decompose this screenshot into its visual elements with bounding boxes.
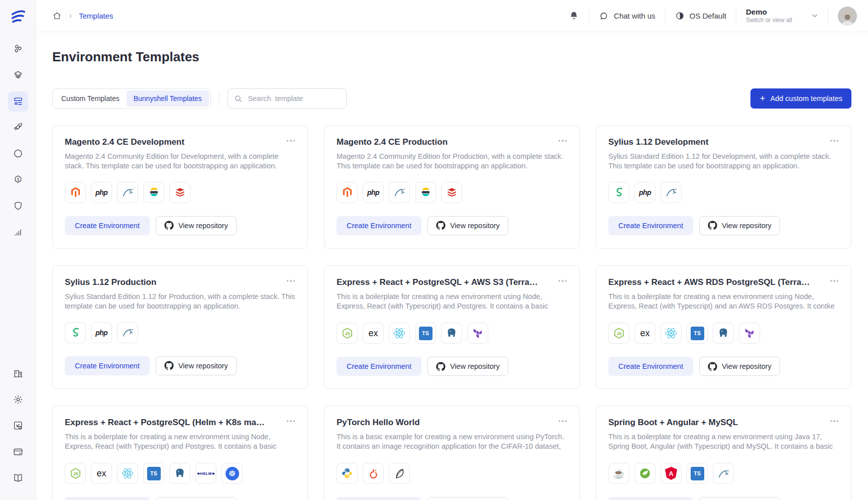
- sidebar-nav-bottom: [8, 363, 28, 488]
- search-box: [228, 88, 347, 109]
- home-icon[interactable]: [52, 11, 62, 21]
- magento-icon: [337, 182, 358, 203]
- create-environment-button[interactable]: Create Environment: [65, 497, 150, 500]
- express-icon: ex: [363, 323, 384, 344]
- create-environment-button[interactable]: Create Environment: [337, 216, 421, 235]
- sidebar-item-export[interactable]: [8, 416, 28, 436]
- pytorch-icon: [363, 463, 384, 484]
- card-menu-icon[interactable]: [828, 138, 841, 144]
- gear-icon: [13, 394, 24, 405]
- sidebar-item-environments[interactable]: [8, 65, 28, 85]
- add-custom-templates-button[interactable]: + Add custom templates: [750, 88, 851, 109]
- view-repository-button[interactable]: View repository: [156, 497, 237, 500]
- card-actions: Create Environment View repository: [608, 497, 839, 500]
- mysql-icon: [117, 182, 138, 203]
- org-switcher[interactable]: Demo Switch or view all: [746, 8, 818, 24]
- view-repository-button[interactable]: View repository: [427, 216, 508, 235]
- sidebar-item-metrics[interactable]: [8, 222, 28, 242]
- card-title: Express + React + PostgreSQL (Helm + K8s…: [65, 418, 295, 428]
- shield-icon: [13, 201, 24, 212]
- card-actions: Create Environment View repository: [608, 357, 839, 376]
- php-icon: php: [363, 182, 384, 203]
- view-repository-button[interactable]: View repository: [427, 497, 508, 500]
- cost-hexagon-dollar-icon: $: [13, 174, 24, 185]
- express-icon: ex: [634, 323, 656, 344]
- sidebar-item-cost[interactable]: $: [8, 170, 28, 190]
- card-actions: Create Environment View repository: [65, 356, 295, 375]
- svg-text:JS: JS: [345, 331, 350, 336]
- react-icon: [389, 323, 410, 344]
- card-menu-icon[interactable]: [285, 278, 297, 284]
- book-icon: [13, 472, 24, 483]
- sidebar-item-documentation[interactable]: [8, 468, 28, 488]
- controls-row: Custom Templates Bunnyshell Templates + …: [52, 88, 851, 109]
- spring-icon: [634, 463, 656, 484]
- add-custom-templates-label: Add custom templates: [771, 94, 842, 103]
- tech-stack: php: [65, 322, 295, 343]
- notification-bell-icon[interactable]: [569, 11, 579, 21]
- create-environment-button[interactable]: Create Environment: [608, 497, 693, 500]
- sidebar-item-security[interactable]: [8, 196, 28, 216]
- create-environment-button[interactable]: Create Environment: [65, 216, 150, 235]
- tech-stack: php: [608, 182, 839, 203]
- tech-stack: JSexTS: [337, 323, 567, 344]
- card-actions: Create Environment View repository: [608, 216, 839, 235]
- view-repository-label: View repository: [450, 362, 500, 370]
- card-menu-icon[interactable]: [828, 418, 841, 424]
- nodejs-icon: JS: [337, 323, 358, 344]
- sidebar-item-clusters[interactable]: [8, 144, 28, 164]
- sidebar-item-templates[interactable]: [8, 91, 28, 112]
- view-repository-button[interactable]: View repository: [427, 357, 508, 376]
- bunnyshell-logo-icon[interactable]: [8, 7, 29, 28]
- sidebar-item-settings[interactable]: [8, 389, 28, 410]
- sidebar-item-organization[interactable]: [8, 363, 28, 383]
- view-repository-button[interactable]: View repository: [699, 216, 780, 235]
- template-tabs: Custom Templates Bunnyshell Templates: [52, 88, 211, 109]
- chevron-right-icon: [67, 13, 73, 19]
- chevron-down-icon: [811, 12, 818, 19]
- divider: [589, 9, 589, 24]
- card-description: This is a boilerplate for creating a new…: [65, 432, 295, 452]
- create-environment-button[interactable]: Create Environment: [65, 356, 150, 375]
- mysql-icon: [661, 182, 682, 203]
- view-repository-button[interactable]: View repository: [699, 497, 780, 500]
- svg-text:JS: JS: [73, 471, 78, 476]
- card-menu-icon[interactable]: [557, 138, 569, 144]
- search-input[interactable]: [247, 94, 340, 103]
- card-description: Magento 2.4 Community Edition for Produc…: [337, 152, 567, 171]
- sidebar-item-billing[interactable]: [8, 442, 28, 462]
- view-repository-button[interactable]: View repository: [156, 216, 237, 235]
- github-icon: [436, 362, 446, 371]
- theme-toggle-button[interactable]: OS Default: [675, 11, 726, 21]
- tech-stack: JSexTS: [608, 323, 839, 344]
- card-menu-icon[interactable]: [285, 138, 297, 144]
- create-environment-button[interactable]: Create Environment: [337, 357, 421, 376]
- mysql-icon: [713, 463, 734, 484]
- php-icon: php: [91, 182, 112, 203]
- sidebar-item-projects[interactable]: [8, 39, 28, 59]
- tab-custom-templates[interactable]: Custom Templates: [54, 90, 127, 107]
- card-menu-icon[interactable]: [828, 278, 841, 284]
- create-environment-button[interactable]: Create Environment: [608, 357, 693, 376]
- postgresql-icon: [441, 323, 462, 344]
- divider: [736, 9, 736, 24]
- share-export-icon: [13, 420, 24, 431]
- feather-icon: [389, 463, 410, 484]
- breadcrumb-page[interactable]: Templates: [79, 12, 113, 20]
- user-avatar[interactable]: [838, 7, 857, 26]
- card-menu-icon[interactable]: [557, 278, 569, 284]
- chat-with-us-button[interactable]: Chat with us: [599, 11, 656, 21]
- card-menu-icon[interactable]: [557, 418, 569, 424]
- view-repository-button[interactable]: View repository: [699, 357, 780, 376]
- template-card: Express + React + PostgreSQL (Helm + K8s…: [52, 406, 308, 500]
- layers-icon: [13, 70, 24, 81]
- typescript-icon: TS: [143, 463, 164, 484]
- create-environment-button[interactable]: Create Environment: [608, 216, 693, 235]
- tab-bunnyshell-templates[interactable]: Bunnyshell Templates: [127, 90, 209, 107]
- credit-card-icon: [13, 446, 24, 457]
- create-environment-button[interactable]: Create Environment: [337, 497, 421, 500]
- typescript-icon: TS: [415, 323, 436, 344]
- card-menu-icon[interactable]: [285, 418, 297, 424]
- view-repository-button[interactable]: View repository: [156, 356, 237, 375]
- sidebar-item-pipelines[interactable]: [8, 118, 28, 138]
